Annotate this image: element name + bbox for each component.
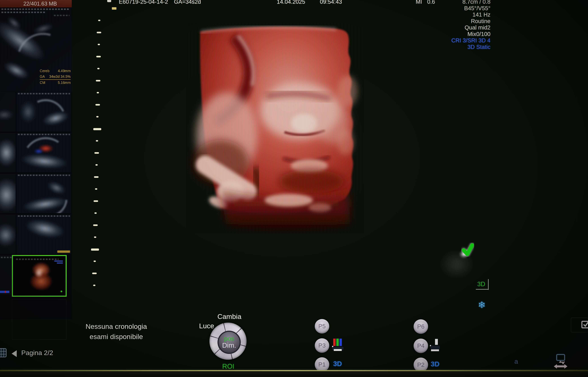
ruler-tick — [96, 140, 98, 141]
ruler-tick — [97, 68, 99, 69]
annotation-letter: a — [514, 358, 518, 365]
thumbnail-partial-4[interactable] — [0, 214, 16, 254]
ruler-tick — [97, 92, 99, 93]
thumbnail-partial-2[interactable] — [0, 133, 16, 172]
pan-move-icon — [553, 354, 568, 371]
empty-thumbnail-cell — [12, 299, 66, 340]
page-indicator: Pagina 2/2 — [21, 349, 53, 357]
ruler-tick — [94, 200, 98, 202]
dial-label-left: Luce — [199, 322, 214, 330]
ruler-tick — [94, 260, 96, 262]
dial-center-bottom-label: Dim. — [219, 342, 240, 349]
annotation-caret — [488, 279, 489, 290]
measurement-value: 5.16mm — [58, 80, 71, 85]
ruler-tick — [96, 80, 100, 82]
thumbnail-3[interactable] — [17, 174, 71, 213]
imaging-parameters: 8.7cm / 0.8 B45°/V55° 141 Hz Routine Qua… — [451, 0, 490, 50]
param-mode: 3D Static — [451, 44, 490, 50]
freeze-icon: ❄ — [478, 299, 486, 310]
p2-mode-label: 3D — [431, 360, 439, 368]
param-preset: Routine — [451, 18, 490, 24]
render-mode-text: 3D — [477, 281, 485, 287]
param-mix: Mix0/100 — [451, 31, 490, 37]
render-mode-annotation: 3D — [477, 281, 490, 292]
ruler-tick — [92, 272, 97, 274]
param-cri-sri: CRI 3/SRI 3D 4 — [451, 37, 490, 44]
thumbnail-grid-icon[interactable] — [0, 348, 7, 357]
measurement-label: CM — [40, 80, 45, 85]
ruler-tick — [97, 32, 101, 33]
softkey-p3[interactable]: P3 — [315, 338, 329, 353]
rgb-print-icon — [332, 339, 344, 352]
softkey-p6[interactable]: P6 — [414, 319, 428, 334]
thumbnail-marker-dot — [61, 291, 62, 292]
trackball-function-dial[interactable]: pos Dim. — [209, 323, 246, 360]
thumbnail-4[interactable] — [17, 214, 71, 254]
measurement-label: GA — [40, 74, 45, 79]
trackball-pointer-icon — [461, 243, 474, 257]
thumbnail-5-selected[interactable] — [12, 255, 67, 297]
p1-mode-label: 3D — [333, 360, 342, 368]
history-line-2: esami disponibile — [74, 331, 159, 342]
focus-marker — [112, 7, 116, 10]
measurement-value: 34w3d 34.5% — [49, 74, 71, 79]
confirm-checkbox[interactable] — [581, 320, 588, 328]
ruler-tick — [93, 128, 101, 130]
exam-date: 14.04.2025 — [277, 0, 305, 5]
annotation-underline — [476, 289, 488, 290]
thumbnail-partial-1[interactable] — [0, 92, 16, 131]
measurement-label: Cereb — [40, 68, 49, 74]
exam-history-message: Nessuna cronologia esami disponibile — [74, 321, 159, 342]
mi-value: 0.6 — [427, 0, 435, 5]
ruler-tick — [95, 164, 98, 166]
softkey-p4[interactable]: P4 — [414, 339, 428, 353]
measurement-overlay: Cereb4.49mm GA34w3d 34.5% CM5.16mm — [40, 68, 71, 85]
exam-time: 09:54:43 — [320, 0, 342, 5]
ruler-tick — [95, 104, 100, 106]
softkey-p5[interactable]: P5 — [315, 319, 329, 333]
thumbnail-2-doppler[interactable] — [17, 133, 71, 172]
ruler-tick — [95, 188, 97, 190]
history-line-1: Nessuna cronologia — [74, 321, 159, 331]
dial-center-top-label: pos — [219, 335, 240, 342]
gestational-age: GA=34s2d — [174, 0, 201, 5]
previous-page-arrow[interactable] — [12, 350, 17, 357]
doppler-scale-bar — [0, 291, 9, 293]
memory-status-bar: 22/401.63 MB — [0, 0, 72, 7]
softkey-p2[interactable]: P2 — [414, 358, 428, 372]
measurement-value: 4.49mm — [58, 68, 71, 74]
param-depth-gain: 8.7cm / 0.8 — [451, 0, 490, 5]
mechanical-index: MI0.6 — [416, 0, 435, 5]
exam-id: E60719-25-04-14-2 — [119, 0, 168, 5]
ruler-tick — [98, 44, 100, 45]
screen-divider-line — [0, 370, 588, 371]
param-quality: Qual mid2 — [451, 24, 490, 31]
dial-label-top: Cambia — [211, 313, 248, 320]
thumbnail-1[interactable] — [17, 92, 71, 131]
ruler-top-marker — [107, 0, 111, 2]
ruler-tick — [93, 224, 98, 226]
ruler-tick — [93, 285, 95, 286]
softkey-p1[interactable]: P1 — [315, 357, 329, 372]
exam-id-line: E60719-25-04-14-2GA=34s2d — [119, 0, 201, 5]
dial-center-button[interactable]: pos Dim. — [218, 331, 241, 354]
dial-label-bottom: ROI — [219, 362, 237, 370]
bottom-bezel — [0, 371, 588, 377]
param-angles: B45°/V55° — [451, 5, 490, 12]
ruler-tick — [96, 116, 98, 118]
ruler-tick — [94, 236, 96, 238]
ultrasound-screen: 22/401.63 MB Cereb4.49mm GA34w3d 34.5% C… — [0, 0, 588, 377]
exam-preview-image[interactable]: Cereb4.49mm GA34w3d 34.5% CM5.16mm — [0, 7, 72, 92]
param-frequency: 141 Hz — [451, 12, 490, 18]
ruler-tick — [91, 248, 99, 251]
ruler-tick — [94, 176, 98, 178]
mi-label: MI — [416, 0, 422, 5]
thumbnail-partial-3[interactable] — [0, 174, 16, 213]
ruler-tick — [94, 212, 97, 214]
ruler-tick — [96, 56, 101, 57]
fetus-3d-render — [187, 22, 364, 234]
ruler-tick — [94, 152, 99, 154]
ruler-tick — [98, 20, 100, 21]
bw-print-icon — [430, 339, 441, 352]
